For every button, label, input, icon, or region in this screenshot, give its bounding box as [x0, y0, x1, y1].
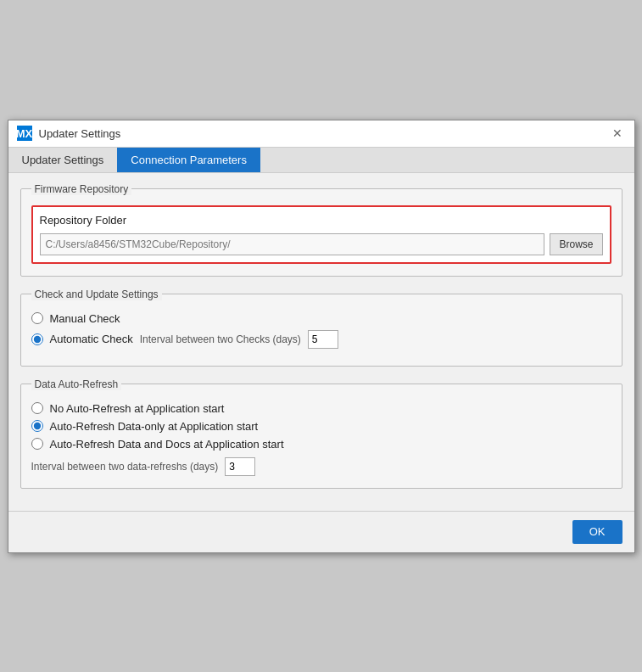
- check-update-legend: Check and Update Settings: [31, 288, 162, 300]
- firmware-repository-group: Firmware Repository Repository Folder Br…: [20, 183, 622, 277]
- ok-button[interactable]: OK: [572, 520, 622, 544]
- manual-check-radio[interactable]: [31, 312, 43, 324]
- manual-check-label: Manual Check: [50, 312, 120, 325]
- refresh-interval-label: Interval between two data-refreshs (days…: [31, 461, 219, 473]
- auto-check-row: Automatic Check Interval between two Che…: [31, 330, 611, 349]
- data-only-refresh-row: Auto-Refresh Data-only at Application st…: [31, 420, 611, 433]
- data-docs-refresh-radio[interactable]: [31, 438, 43, 450]
- auto-check-radio[interactable]: [31, 333, 43, 345]
- manual-check-row: Manual Check: [31, 312, 611, 325]
- refresh-interval-input[interactable]: [225, 457, 255, 476]
- footer: OK: [8, 511, 634, 552]
- tab-connection-parameters[interactable]: Connection Parameters: [117, 148, 260, 172]
- data-docs-refresh-label: Auto-Refresh Data and Docs at Applicatio…: [50, 438, 284, 451]
- repo-folder-label: Repository Folder: [40, 214, 603, 227]
- repository-folder-box: Repository Folder Browse: [31, 205, 611, 264]
- auto-check-label: Automatic Check: [50, 333, 133, 345]
- no-refresh-label: No Auto-Refresh at Application start: [50, 402, 225, 415]
- check-update-group: Check and Update Settings Manual Check A…: [20, 288, 622, 367]
- auto-refresh-group: Data Auto-Refresh No Auto-Refresh at App…: [20, 378, 622, 489]
- browse-button[interactable]: Browse: [550, 233, 602, 255]
- firmware-repository-legend: Firmware Repository: [31, 183, 132, 195]
- updater-settings-window: MX Updater Settings ✕ Updater Settings C…: [8, 120, 635, 553]
- close-button[interactable]: ✕: [609, 125, 626, 142]
- check-interval-input[interactable]: [308, 330, 338, 349]
- auto-refresh-legend: Data Auto-Refresh: [31, 378, 122, 390]
- tab-bar: Updater Settings Connection Parameters: [8, 148, 634, 173]
- window-title: Updater Settings: [39, 127, 121, 140]
- data-docs-refresh-row: Auto-Refresh Data and Docs at Applicatio…: [31, 438, 611, 451]
- tab-updater-settings[interactable]: Updater Settings: [8, 148, 118, 172]
- check-interval-label: Interval between two Checks (days): [140, 333, 301, 345]
- repo-folder-input[interactable]: [40, 233, 545, 255]
- no-refresh-row: No Auto-Refresh at Application start: [31, 402, 611, 415]
- mx-icon: MX: [17, 126, 32, 141]
- title-bar: MX Updater Settings ✕: [8, 120, 634, 148]
- data-only-refresh-radio[interactable]: [31, 420, 43, 432]
- data-only-refresh-label: Auto-Refresh Data-only at Application st…: [50, 420, 259, 433]
- no-refresh-radio[interactable]: [31, 402, 43, 414]
- main-content: Firmware Repository Repository Folder Br…: [8, 173, 634, 511]
